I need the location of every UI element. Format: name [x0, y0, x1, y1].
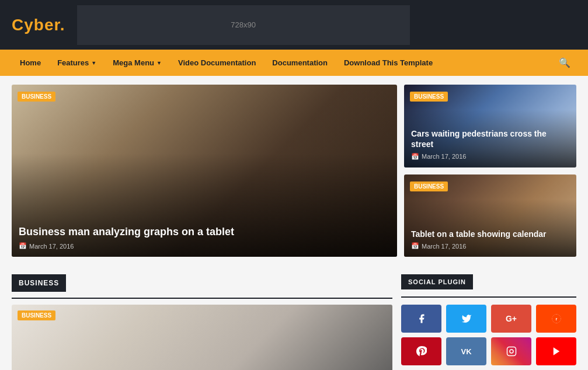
facebook-button[interactable]: [401, 305, 441, 333]
nav-items: Home Features▼ Mega Menu▼ Video Document…: [12, 50, 553, 76]
calendar-icon-side1: 📅: [411, 153, 419, 160]
side2-card-overlay: Tablet on a table showing calendar 📅 Mar…: [404, 222, 576, 257]
business-section-header: BUSINESS: [12, 274, 392, 298]
svg-point-4: [510, 350, 513, 353]
logo-text: Cyber: [12, 16, 60, 34]
social-plugin-section: SOCIAL PLUGIN: [401, 274, 576, 296]
social-plugin-label: SOCIAL PLUGIN: [401, 274, 473, 289]
instagram-button[interactable]: [491, 337, 531, 365]
side2-category-top: BUSINESS: [410, 180, 448, 195]
vk-button[interactable]: VK: [446, 337, 486, 365]
featured-grid: BUSINESS Business man analyzing graphs o…: [12, 85, 576, 257]
main-card-date: 📅 March 17, 2016: [19, 242, 390, 250]
nav-download[interactable]: Download This Template: [336, 50, 441, 76]
nav-documentation[interactable]: Documentation: [264, 50, 336, 76]
search-icon[interactable]: 🔍: [553, 57, 576, 68]
side2-card-title: Tablet on a table showing calendar: [411, 229, 569, 239]
main-card-overlay: Business man analyzing graphs on a table…: [12, 218, 397, 257]
header: Cyber. 728x90: [0, 0, 588, 50]
social-grid: G+ r VK: [401, 305, 576, 365]
bottom-article[interactable]: BUSINESS: [12, 305, 392, 370]
main-category-top: BUSINESS: [18, 90, 55, 105]
bottom-section: BUSINESS BUSINESS SOCIAL PLUGIN G+ r: [0, 266, 588, 370]
side-article-2[interactable]: BUSINESS Tablet on a table showing calen…: [404, 174, 576, 257]
nav: Home Features▼ Mega Menu▼ Video Document…: [0, 50, 588, 76]
section-divider: [12, 298, 392, 299]
twitter-button[interactable]: [446, 305, 486, 333]
side1-card-date: 📅 March 17, 2016: [411, 153, 569, 160]
nav-home[interactable]: Home: [12, 50, 49, 76]
bottom-main: BUSINESS BUSINESS: [12, 274, 392, 370]
bottom-sidebar: SOCIAL PLUGIN G+ r VK: [401, 274, 576, 370]
business-label: BUSINESS: [12, 274, 66, 292]
main-card-title: Business man analyzing graphs on a table…: [19, 225, 390, 239]
youtube-button[interactable]: [536, 337, 576, 365]
side1-category-badge: BUSINESS: [410, 92, 448, 102]
ad-text: 728x90: [231, 20, 256, 29]
social-divider: [401, 296, 576, 298]
side2-card-date: 📅 March 17, 2016: [411, 242, 569, 250]
side1-card-title: Cars waiting pedestrians cross the stree…: [411, 128, 569, 149]
content-area: BUSINESS Business man analyzing graphs o…: [0, 76, 588, 266]
bottom-article-category: BUSINESS: [18, 310, 55, 320]
logo-dot: .: [60, 16, 65, 34]
nav-features[interactable]: Features▼: [49, 50, 105, 76]
googleplus-button[interactable]: G+: [491, 305, 531, 333]
ad-banner: 728x90: [77, 5, 410, 45]
svg-rect-3: [507, 347, 516, 356]
nav-video-doc[interactable]: Video Documentation: [170, 50, 264, 76]
svg-text:r: r: [555, 316, 557, 322]
vk-icon: VK: [461, 347, 471, 356]
main-content: BUSINESS Business man analyzing graphs o…: [12, 85, 576, 257]
featured-main-article[interactable]: BUSINESS Business man analyzing graphs o…: [12, 85, 397, 257]
featured-side: BUSINESS Cars waiting pedestrians cross …: [404, 85, 576, 257]
calendar-icon: 📅: [19, 242, 27, 250]
side1-category-top: BUSINESS: [410, 90, 448, 105]
features-arrow: ▼: [91, 60, 96, 66]
nav-mega-menu[interactable]: Mega Menu▼: [105, 50, 170, 76]
pinterest-button[interactable]: [401, 337, 441, 365]
side2-category-badge: BUSINESS: [410, 181, 448, 191]
logo[interactable]: Cyber.: [12, 16, 65, 34]
mega-menu-arrow: ▼: [156, 60, 162, 66]
main-category-badge: BUSINESS: [18, 92, 55, 102]
reddit-button[interactable]: r: [536, 305, 576, 333]
googleplus-icon: G+: [506, 314, 517, 323]
calendar-icon-side2: 📅: [411, 242, 419, 250]
svg-marker-6: [553, 347, 559, 355]
side-article-1[interactable]: BUSINESS Cars waiting pedestrians cross …: [404, 85, 576, 167]
side1-card-overlay: Cars waiting pedestrians cross the stree…: [404, 121, 576, 167]
